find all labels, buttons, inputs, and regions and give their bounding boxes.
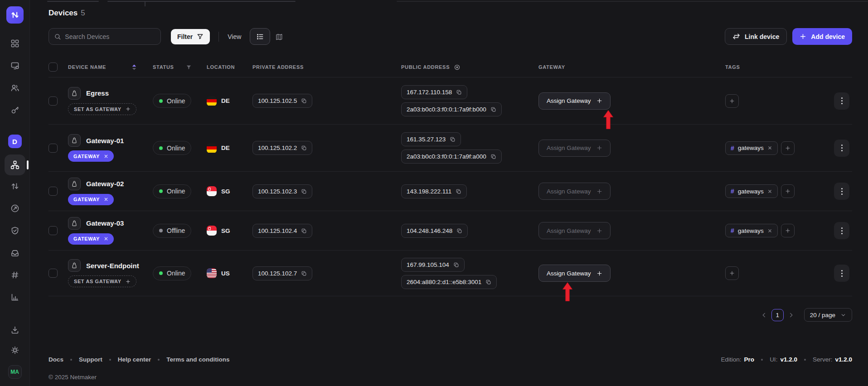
add-device-label: Add device: [811, 33, 845, 40]
user-avatar[interactable]: MA: [8, 365, 22, 379]
copy-icon[interactable]: [456, 89, 462, 95]
column-filter-icon[interactable]: [186, 64, 192, 70]
footer-link-help-center[interactable]: Help center: [118, 356, 151, 363]
assign-gateway-button[interactable]: Assign Gateway: [538, 140, 611, 157]
row-menu-button[interactable]: [834, 222, 849, 239]
search-input[interactable]: [65, 33, 155, 40]
gateway-badge[interactable]: GATEWAY: [68, 150, 114, 162]
sidebar-item-access-keys[interactable]: [5, 105, 25, 116]
close-icon[interactable]: [104, 236, 108, 241]
copy-icon[interactable]: [301, 228, 307, 234]
page-number-button[interactable]: 1: [771, 309, 784, 321]
footer-link-terms[interactable]: Terms and conditions: [166, 356, 229, 363]
copy-icon[interactable]: [490, 154, 496, 159]
dot-separator: [70, 359, 72, 361]
add-tag-button[interactable]: [781, 224, 795, 237]
add-tag-button[interactable]: [725, 266, 739, 280]
copy-icon[interactable]: [301, 145, 307, 151]
row-menu-button[interactable]: [834, 183, 849, 200]
copy-icon[interactable]: [456, 188, 461, 194]
linux-os-icon: [68, 134, 81, 147]
table-row: Gateway-01 GATEWAY Online DE 100.125.102…: [48, 125, 852, 172]
private-address: 100.125.102.5: [252, 94, 312, 108]
select-all-checkbox[interactable]: [48, 63, 58, 72]
network-avatar[interactable]: D: [8, 135, 22, 148]
sort-icon[interactable]: [131, 64, 137, 71]
sidebar-item-inbox[interactable]: [5, 247, 25, 258]
plus-icon: [785, 145, 790, 151]
copy-icon[interactable]: [453, 262, 459, 268]
netmaker-logo-icon[interactable]: [6, 6, 24, 24]
set-as-gateway-button[interactable]: SET AS GATEWAY: [68, 275, 136, 287]
row-menu-button[interactable]: [834, 265, 849, 282]
close-icon[interactable]: [104, 154, 108, 159]
row-menu-button[interactable]: [834, 140, 849, 157]
gateway-badge[interactable]: GATEWAY: [68, 233, 114, 245]
status-dot: [159, 271, 163, 275]
prev-page-button[interactable]: [760, 311, 768, 319]
inbox-icon: [10, 248, 19, 257]
sidebar-item-remote-access[interactable]: [5, 60, 25, 71]
copy-icon[interactable]: [456, 228, 462, 234]
add-tag-button[interactable]: [725, 94, 739, 108]
sidebar-item-dashboard[interactable]: [5, 38, 25, 49]
kebab-menu-icon: [841, 147, 843, 149]
gateway-badge[interactable]: GATEWAY: [68, 194, 114, 205]
remove-tag-icon[interactable]: [767, 228, 772, 233]
sidebar-item-analytics[interactable]: [5, 292, 25, 303]
link-device-button[interactable]: Link device: [725, 28, 787, 45]
remove-tag-icon[interactable]: [767, 145, 772, 150]
sidebar-item-devices-active[interactable]: [0, 154, 30, 175]
copy-icon[interactable]: [301, 270, 307, 276]
hash-icon: #: [731, 145, 734, 152]
footer-link-docs[interactable]: Docs: [48, 356, 63, 363]
copy-icon[interactable]: [301, 98, 307, 104]
add-tag-button[interactable]: [781, 184, 795, 198]
shield-check-icon: [10, 226, 19, 235]
sidebar-item-traffic[interactable]: [5, 181, 25, 192]
set-as-gateway-button[interactable]: SET AS GATEWAY: [68, 103, 136, 115]
row-checkbox[interactable]: [48, 226, 58, 235]
add-device-button[interactable]: Add device: [792, 28, 852, 45]
search-box: [48, 28, 161, 45]
plus-icon: [785, 188, 790, 194]
map-view-button[interactable]: [270, 28, 288, 45]
public-address-ipv4: 167.99.105.104: [401, 258, 465, 272]
footer-link-support[interactable]: Support: [79, 356, 102, 363]
next-page-button[interactable]: [787, 311, 795, 319]
close-icon[interactable]: [104, 197, 108, 202]
sidebar-item-download[interactable]: [5, 324, 25, 335]
copy-icon[interactable]: [301, 188, 307, 194]
row-checkbox[interactable]: [48, 96, 58, 106]
page-size-select[interactable]: 20 / page: [804, 308, 852, 322]
row-menu-button[interactable]: [834, 92, 849, 110]
assign-gateway-button[interactable]: Assign Gateway: [538, 222, 611, 239]
sidebar-item-security[interactable]: [5, 225, 25, 236]
assign-gateway-button[interactable]: Assign Gateway: [538, 183, 611, 200]
filter-button[interactable]: Filter: [171, 29, 210, 44]
sidebar-item-tags[interactable]: [5, 270, 25, 280]
copy-icon[interactable]: [485, 279, 491, 285]
visibility-icon[interactable]: [454, 64, 461, 71]
flag-de-icon: [207, 143, 217, 153]
ui-version-value: v1.2.0: [780, 356, 797, 363]
sidebar-item-users[interactable]: [5, 82, 25, 93]
remove-tag-icon[interactable]: [767, 189, 772, 194]
table-row: Gateway-03 GATEWAY Offline SG 100.125.10…: [48, 211, 852, 251]
list-view-button[interactable]: [250, 28, 270, 45]
assign-gateway-button[interactable]: Assign Gateway: [538, 265, 611, 282]
link-device-label: Link device: [745, 33, 779, 40]
copy-icon[interactable]: [490, 106, 496, 112]
dashboard-grid-icon: [10, 39, 19, 48]
pagination: 1 20 / page: [48, 308, 852, 322]
row-checkbox[interactable]: [48, 269, 58, 278]
table-row: Egress SET AS GATEWAY Online DE 100.125.…: [48, 77, 852, 125]
sidebar-item-metrics[interactable]: [5, 203, 25, 214]
row-checkbox[interactable]: [48, 187, 58, 196]
row-checkbox[interactable]: [48, 144, 58, 153]
sidebar: D: [0, 0, 30, 386]
sidebar-item-settings[interactable]: [5, 345, 25, 356]
assign-gateway-button[interactable]: Assign Gateway: [538, 92, 611, 110]
add-tag-button[interactable]: [781, 141, 795, 155]
copy-icon[interactable]: [450, 136, 456, 142]
